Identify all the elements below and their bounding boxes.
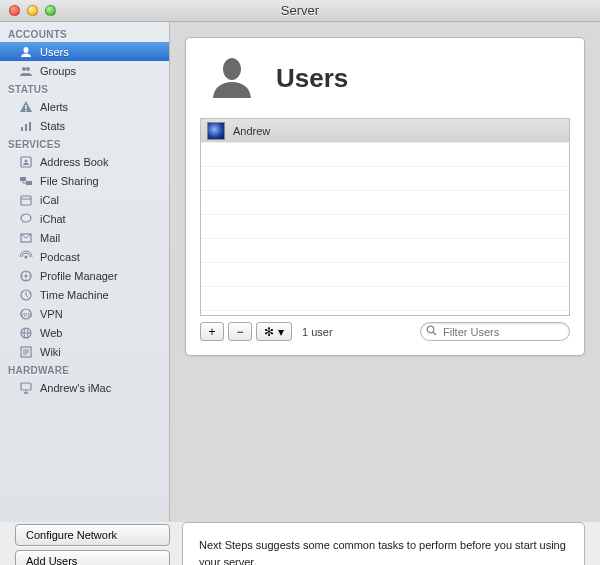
svg-point-35: [427, 326, 434, 333]
sidebar-item-label: Address Book: [40, 156, 108, 168]
svg-rect-2: [25, 105, 26, 109]
zoom-window-button[interactable]: [45, 5, 56, 16]
sidebar-section-header: ACCOUNTS: [0, 25, 169, 42]
filter-users-input[interactable]: [420, 322, 570, 341]
users-panel: Users Andrew + − ✻ ▾ 1 user: [185, 37, 585, 356]
sidebar-item-ical[interactable]: iCal: [0, 190, 169, 209]
sidebar-item-label: Podcast: [40, 251, 80, 263]
traffic-lights: [0, 5, 56, 16]
sidebar-item-groups[interactable]: Groups: [0, 61, 169, 80]
empty-row: [201, 143, 569, 167]
sidebar-section-header: SERVICES: [0, 135, 169, 152]
sidebar-item-stats[interactable]: Stats: [0, 116, 169, 135]
empty-row: [201, 239, 569, 263]
profilemanager-icon: [18, 268, 34, 284]
sidebar-item-web[interactable]: Web: [0, 323, 169, 342]
remove-button[interactable]: −: [228, 322, 252, 341]
sidebar-item-profile-manager[interactable]: Profile Manager: [0, 266, 169, 285]
empty-row: [201, 191, 569, 215]
sidebar-section-header: HARDWARE: [0, 361, 169, 378]
user-icon: [18, 44, 34, 60]
sidebar-item-label: File Sharing: [40, 175, 99, 187]
svg-rect-9: [20, 177, 26, 181]
timemachine-icon: [18, 287, 34, 303]
sidebar-item-ichat[interactable]: iChat: [0, 209, 169, 228]
filesharing-icon: [18, 173, 34, 189]
wiki-icon: [18, 344, 34, 360]
svg-point-17: [25, 274, 28, 277]
window-title: Server: [0, 3, 600, 18]
sidebar: ACCOUNTSUsersGroupsSTATUSAlertsStatsSERV…: [0, 22, 170, 522]
close-window-button[interactable]: [9, 5, 20, 16]
svg-point-8: [25, 159, 28, 162]
svg-point-15: [25, 255, 28, 258]
sidebar-item-mail[interactable]: Mail: [0, 228, 169, 247]
user-count: 1 user: [302, 326, 333, 338]
sidebar-item-time-machine[interactable]: Time Machine: [0, 285, 169, 304]
web-icon: [18, 325, 34, 341]
sidebar-item-label: Users: [40, 46, 69, 58]
imac-icon: [18, 380, 34, 396]
sidebar-item-address-book[interactable]: Address Book: [0, 152, 169, 171]
empty-row: [201, 263, 569, 287]
content-area: Users Andrew + − ✻ ▾ 1 user: [170, 22, 600, 522]
nextsteps-panel: Next Steps suggests some common tasks to…: [182, 522, 585, 565]
svg-rect-32: [21, 383, 31, 390]
sidebar-item-label: Alerts: [40, 101, 68, 113]
vpn-icon: VPN: [18, 306, 34, 322]
bottom-row: Configure NetworkAdd UsersReview Certifi…: [0, 522, 600, 565]
minimize-window-button[interactable]: [27, 5, 38, 16]
add-users-button[interactable]: Add Users: [15, 550, 170, 565]
nextsteps-text-1: Next Steps suggests some common tasks to…: [199, 537, 568, 565]
titlebar: Server: [0, 0, 600, 22]
configure-network-button[interactable]: Configure Network: [15, 524, 170, 546]
svg-point-1: [26, 67, 30, 71]
sidebar-item-label: Web: [40, 327, 62, 339]
sidebar-item-wiki[interactable]: Wiki: [0, 342, 169, 361]
sidebar-item-users[interactable]: Users: [0, 42, 169, 61]
user-name: Andrew: [233, 125, 270, 137]
sidebar-section-header: STATUS: [0, 80, 169, 97]
user-avatar-icon: [207, 122, 225, 140]
user-silhouette-icon: [206, 52, 258, 104]
action-buttons: Configure NetworkAdd UsersReview Certifi…: [15, 522, 170, 565]
mail-icon: [18, 230, 34, 246]
sidebar-item-andrew-s-imac[interactable]: Andrew's iMac: [0, 378, 169, 397]
svg-rect-6: [29, 122, 31, 131]
podcast-icon: [18, 249, 34, 265]
svg-rect-5: [25, 124, 27, 131]
svg-rect-3: [25, 110, 26, 111]
addressbook-icon: [18, 154, 34, 170]
sidebar-item-file-sharing[interactable]: File Sharing: [0, 171, 169, 190]
sidebar-item-label: Wiki: [40, 346, 61, 358]
empty-row: [201, 215, 569, 239]
ichat-icon: [18, 211, 34, 227]
sidebar-item-label: Andrew's iMac: [40, 382, 111, 394]
sidebar-item-label: Mail: [40, 232, 60, 244]
svg-rect-10: [26, 181, 32, 185]
alert-icon: [18, 99, 34, 115]
empty-row: [201, 287, 569, 311]
user-row[interactable]: Andrew: [201, 119, 569, 143]
sidebar-item-label: Profile Manager: [40, 270, 118, 282]
sidebar-item-label: Stats: [40, 120, 65, 132]
sidebar-item-podcast[interactable]: Podcast: [0, 247, 169, 266]
sidebar-item-label: VPN: [40, 308, 63, 320]
sidebar-item-label: Groups: [40, 65, 76, 77]
add-button[interactable]: +: [200, 322, 224, 341]
sidebar-item-vpn[interactable]: VPNVPN: [0, 304, 169, 323]
users-header: Users: [186, 38, 584, 118]
ical-icon: [18, 192, 34, 208]
svg-point-0: [22, 67, 26, 71]
empty-row: [201, 167, 569, 191]
sidebar-item-label: iCal: [40, 194, 59, 206]
sidebar-item-alerts[interactable]: Alerts: [0, 97, 169, 116]
svg-rect-11: [21, 196, 31, 205]
page-title: Users: [276, 63, 348, 94]
svg-rect-4: [21, 127, 23, 131]
svg-line-36: [433, 332, 436, 335]
gear-menu-button[interactable]: ✻ ▾: [256, 322, 292, 341]
sidebar-item-label: iChat: [40, 213, 66, 225]
user-list: Andrew: [200, 118, 570, 316]
sidebar-item-label: Time Machine: [40, 289, 109, 301]
